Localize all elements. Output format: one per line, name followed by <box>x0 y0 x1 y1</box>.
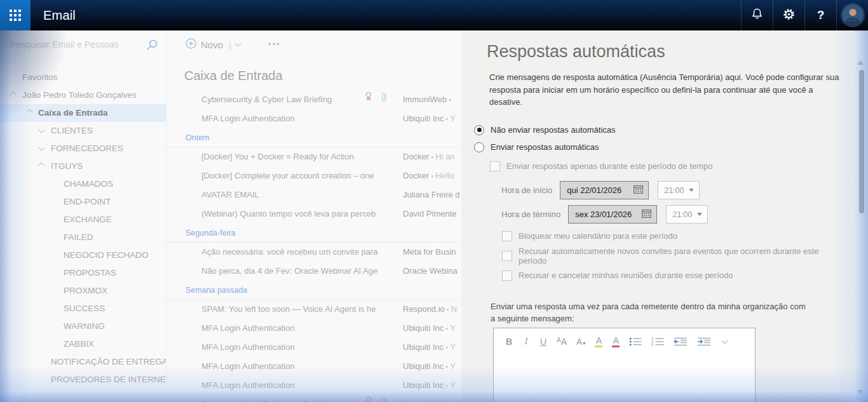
sidebar-item-provedores-de-internet[interactable]: PROVEDORES DE INTERNET <box>0 371 166 389</box>
message-group-header[interactable]: Segunda-feira <box>166 224 461 243</box>
message-row[interactable]: MFA Login AuthenticationUbiquiti Inc • Y <box>166 357 461 376</box>
sidebar-item-label: NEGOCIO FECHADO <box>64 250 149 260</box>
sender-name: Ubiquiti Inc <box>403 114 444 123</box>
scrollbar-down-arrow-icon[interactable] <box>857 390 864 394</box>
sidebar-item-label: EXCHANGE <box>64 215 112 224</box>
radio-selected-icon[interactable] <box>474 125 484 135</box>
sender-name: Docker <box>403 171 429 180</box>
outdent-icon[interactable] <box>674 337 688 346</box>
message-row[interactable]: MFA Login AuthenticationUbiquiti Inc • Y <box>166 109 461 128</box>
sidebar-item-failed[interactable]: FAILED <box>0 229 166 246</box>
checkbox-icon[interactable] <box>502 251 512 261</box>
end-date-picker[interactable]: sex 23/01/2026 <box>568 205 657 224</box>
message-sender: Ubiquiti Inc • Y <box>403 109 461 128</box>
numbered-list-icon[interactable]: 123 <box>651 337 664 346</box>
sidebar-item-label: PROXMOX <box>64 286 107 295</box>
sidebar-item-favoritos[interactable]: Favoritos <box>0 69 166 86</box>
bullet-separator: • <box>429 172 435 180</box>
sidebar-item-clientes[interactable]: CLIENTES <box>0 122 166 140</box>
font-size-icon[interactable]: A▾ <box>576 337 585 346</box>
sidebar-item-exchange[interactable]: EXCHANGE <box>0 211 166 229</box>
checkbox-send-during-period[interactable]: Enviar respostas apenas durante este per… <box>490 161 832 172</box>
chevron-down-icon[interactable] <box>39 145 45 151</box>
calendar-icon[interactable] <box>634 185 643 196</box>
sidebar-item-negocio-fechado[interactable]: NEGOCIO FECHADO <box>0 246 166 264</box>
checkbox-block-calendar[interactable]: Bloquear meu calendário para este períod… <box>502 231 832 242</box>
search-icon[interactable] <box>146 39 158 53</box>
sidebar-item-zabbix[interactable]: ZABBIX <box>0 335 166 353</box>
gear-icon <box>782 8 796 23</box>
message-row[interactable]: Ação necessária: você recebeu um convite… <box>166 243 461 262</box>
sidebar-item-label: CHAMADOS <box>64 179 113 189</box>
sidebar-item-chamados[interactable]: CHAMADOS <box>0 175 166 193</box>
message-row[interactable]: Cybersecurity & Cyber Law BriefingImmuni… <box>166 395 461 402</box>
message-group-header[interactable]: Ontem <box>166 128 461 147</box>
message-row[interactable]: [Docker] Complete your account creation … <box>166 166 461 185</box>
indent-icon[interactable] <box>697 337 711 346</box>
message-row[interactable]: SPAM: You left too soon — Voice AI Agent… <box>166 300 461 319</box>
italic-icon[interactable]: I <box>522 337 530 346</box>
scrollbar-up-arrow-icon[interactable] <box>857 60 864 65</box>
reply-message-editor[interactable]: BIUAAA▾AA123 <box>493 328 756 402</box>
message-row[interactable]: Não perca, dia 4 de Fev: Oracle Webinar … <box>166 262 461 281</box>
bullet-list-icon[interactable] <box>629 337 642 346</box>
more-formatting-icon[interactable] <box>721 338 728 345</box>
search-input[interactable] <box>9 39 142 50</box>
sidebar-item-itguys[interactable]: ITGUYS <box>0 157 166 175</box>
chevron-up-icon[interactable] <box>27 109 33 116</box>
message-row[interactable]: (Webinar) Quanto tempo você leva para pe… <box>166 204 461 224</box>
start-time-dropdown[interactable]: 21:00 <box>658 181 700 199</box>
app-launcher-icon <box>10 10 21 21</box>
more-commands-icon[interactable]: ••• <box>268 40 281 49</box>
checkbox-icon[interactable] <box>502 231 512 241</box>
sidebar-item-propostas[interactable]: PROPOSTAS <box>0 264 166 282</box>
sidebar-item-proxmox[interactable]: PROXMOX <box>0 282 166 300</box>
sidebar-item-notifica-o-de-entrega[interactable]: NOTIFICAÇÃO DE ENTREGA <box>0 353 166 371</box>
bold-icon[interactable]: B <box>505 337 513 346</box>
new-message-button[interactable]: Novo <box>186 38 223 51</box>
sidebar-item-jo-o-pedro-toledo-gon-alves[interactable]: João Pedro Toledo Gonçalves <box>0 86 166 104</box>
chevron-down-icon[interactable] <box>39 127 45 133</box>
message-preview: N <box>451 304 457 314</box>
sidebar-item-warning[interactable]: WARNING <box>0 318 166 335</box>
message-preview: Y <box>450 380 456 390</box>
checkbox-decline-invites[interactable]: Recusar automaticamente novos convites p… <box>502 250 832 262</box>
chevron-up-icon[interactable] <box>39 163 45 169</box>
sidebar-item-caixa-de-entrada[interactable]: Caixa de Entrada <box>0 104 166 122</box>
message-sender: Juliana Freire d <box>403 185 461 204</box>
checkbox-icon[interactable] <box>502 271 512 281</box>
checkbox-icon[interactable] <box>490 161 500 171</box>
chevron-down-icon[interactable] <box>234 41 241 47</box>
message-row[interactable]: MFA Login AuthenticationUbiquiti Inc • Y <box>166 338 461 357</box>
message-row[interactable]: MFA Login AuthenticationUbiquiti Inc • Y <box>166 376 461 395</box>
sender-name: David Pimente <box>403 209 457 218</box>
radio-send-automatic-replies[interactable]: Enviar respostas automáticas <box>474 142 832 153</box>
font-icon[interactable]: AA <box>557 337 567 346</box>
message-row[interactable]: [Docker] You + Docker = Ready for Action… <box>166 147 461 166</box>
message-row[interactable]: Cybersecurity & Cyber Law BriefingImmuni… <box>166 90 461 109</box>
start-date-picker[interactable]: qui 22/01/2026 <box>560 181 649 199</box>
highlight-icon[interactable]: A <box>595 336 602 347</box>
sidebar-item-fornecedores[interactable]: FORNECEDORES <box>0 140 166 157</box>
checkbox-cancel-meetings[interactable]: Recusar e cancelar minhas reuniões duran… <box>502 270 832 281</box>
radio-unselected-icon[interactable] <box>474 142 484 152</box>
help-button[interactable]: ? <box>804 0 836 30</box>
underline-icon[interactable]: U <box>539 337 547 346</box>
message-row[interactable]: MFA Login AuthenticationUbiquiti Inc • Y <box>166 319 461 338</box>
chevron-up-icon[interactable] <box>10 91 17 98</box>
app-launcher-button[interactable] <box>0 0 31 30</box>
font-color-icon[interactable]: A <box>612 336 620 347</box>
sidebar-item-success[interactable]: SUCCESS <box>0 300 166 318</box>
scrollbar-thumb[interactable] <box>859 70 864 213</box>
notifications-button[interactable] <box>741 0 773 30</box>
radio-no-automatic-replies[interactable]: Não enviar respostas automáticas <box>474 124 832 136</box>
sidebar-item-end-point[interactable]: END-POINT <box>0 193 166 211</box>
end-time-dropdown[interactable]: 21:00 <box>666 205 708 224</box>
account-button[interactable] <box>836 0 868 30</box>
settings-button[interactable] <box>773 0 804 30</box>
message-group-header[interactable]: Semana passada <box>166 281 461 300</box>
message-row[interactable]: AVATAR EMAILJuliana Freire d <box>166 185 461 204</box>
dropdown-caret-icon <box>689 189 694 192</box>
sidebar-item-label: PROVEDORES DE INTERNET <box>51 375 166 384</box>
calendar-icon[interactable] <box>642 209 651 220</box>
